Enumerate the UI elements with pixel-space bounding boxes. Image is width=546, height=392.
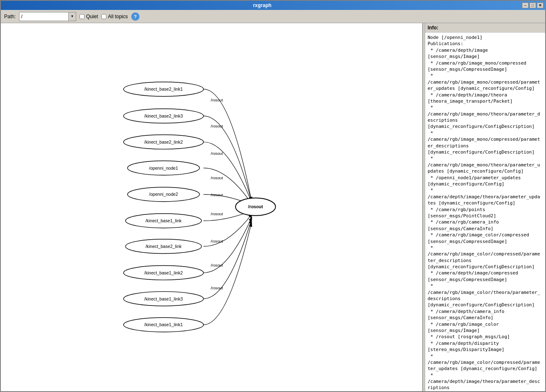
- edge-label-1: /rosout: [211, 98, 223, 102]
- quiet-checkbox-group: Quiet: [79, 14, 98, 19]
- toolbar: Path: ▼ Quiet All topics ?: [1, 10, 545, 23]
- edge-kinect-base2-link3: [204, 116, 252, 203]
- node-kinect-base2-link[interactable]: /kinect_base2_link: [125, 239, 202, 254]
- help-button[interactable]: ?: [131, 12, 140, 21]
- svg-text:/kinect_base1_link3: /kinect_base1_link3: [144, 296, 183, 301]
- graph-svg: /rosout /rosout /rosout /rosout /rosout …: [1, 23, 422, 391]
- edge-label-8: /rosout: [211, 263, 223, 267]
- info-content[interactable]: Node [/openni_node1] Publications: * /ca…: [425, 33, 545, 391]
- edge-kinect-base1-link1: [204, 222, 252, 325]
- path-label: Path:: [4, 14, 16, 19]
- title-bar-buttons: ─ □ ✕: [522, 2, 544, 8]
- svg-text:/kinect_base1_link2: /kinect_base1_link2: [144, 270, 183, 275]
- svg-text:/rosout: /rosout: [248, 204, 263, 209]
- node-kinect-base2-link1[interactable]: /kinect_base2_link1: [123, 82, 203, 96]
- node-kinect-base1-link3[interactable]: /kinect_base1_link3: [123, 291, 203, 306]
- svg-text:/kinect_base1_link1: /kinect_base1_link1: [144, 322, 183, 327]
- quiet-label: Quiet: [86, 14, 98, 19]
- svg-text:/openni_node1: /openni_node1: [149, 166, 178, 171]
- info-header: Info:: [425, 23, 545, 33]
- graph-area[interactable]: /rosout /rosout /rosout /rosout /rosout …: [1, 23, 423, 391]
- path-input[interactable]: [19, 12, 69, 21]
- maximize-button[interactable]: □: [529, 2, 536, 8]
- quiet-checkbox[interactable]: [79, 14, 84, 19]
- node-openni-node1[interactable]: /openni_node1: [127, 161, 200, 175]
- title-bar: rxgraph ─ □ ✕: [1, 1, 545, 10]
- node-kinect-base1-link2[interactable]: /kinect_base1_link2: [123, 266, 203, 280]
- all-topics-label: All topics: [108, 14, 128, 19]
- node-kinect-base2-link2[interactable]: /kinect_base2_link2: [123, 135, 203, 149]
- svg-text:/kinect_base1_link: /kinect_base1_link: [145, 218, 182, 223]
- path-input-container: ▼: [19, 12, 76, 21]
- edge-label-7: /rosout: [211, 239, 223, 243]
- node-kinect-base1-link1[interactable]: /kinect_base1_link1: [123, 317, 203, 332]
- all-topics-checkbox[interactable]: [101, 14, 106, 19]
- main-area: /rosout /rosout /rosout /rosout /rosout …: [1, 23, 545, 391]
- node-rosout[interactable]: /rosout: [236, 198, 276, 216]
- info-panel: Info: Node [/openni_node1] Publications:…: [425, 23, 545, 391]
- svg-text:/openni_node2: /openni_node2: [149, 192, 178, 197]
- edge-label-9: /rosout: [211, 286, 223, 290]
- path-dropdown-button[interactable]: ▼: [69, 12, 76, 21]
- main-window: rxgraph ─ □ ✕ Path: ▼ Quiet All topics ?: [0, 0, 546, 392]
- svg-text:/kinect_base2_link: /kinect_base2_link: [145, 244, 182, 249]
- edge-kinect-base2-link1: [204, 89, 252, 201]
- minimize-button[interactable]: ─: [522, 2, 529, 8]
- all-topics-checkbox-group: All topics: [101, 14, 128, 19]
- edge-label-4: /rosout: [211, 176, 223, 180]
- edge-label-2: /rosout: [211, 124, 223, 128]
- svg-text:/kinect_base2_link1: /kinect_base2_link1: [144, 87, 183, 91]
- edge-label-5: /rosout: [211, 192, 223, 197]
- edge-label-6: /rosout: [211, 212, 223, 216]
- node-kinect-base1-link[interactable]: /kinect_base1_link: [125, 214, 202, 228]
- node-kinect-base2-link3[interactable]: /kinect_base2_link3: [123, 109, 203, 123]
- node-openni-node2[interactable]: /openni_node2: [127, 187, 200, 202]
- edge-label-3: /rosout: [211, 151, 223, 156]
- svg-text:/kinect_base2_link2: /kinect_base2_link2: [144, 139, 183, 144]
- close-button[interactable]: ✕: [537, 2, 544, 8]
- svg-text:/kinect_base2_link3: /kinect_base2_link3: [144, 113, 183, 118]
- window-title: rxgraph: [2, 2, 522, 8]
